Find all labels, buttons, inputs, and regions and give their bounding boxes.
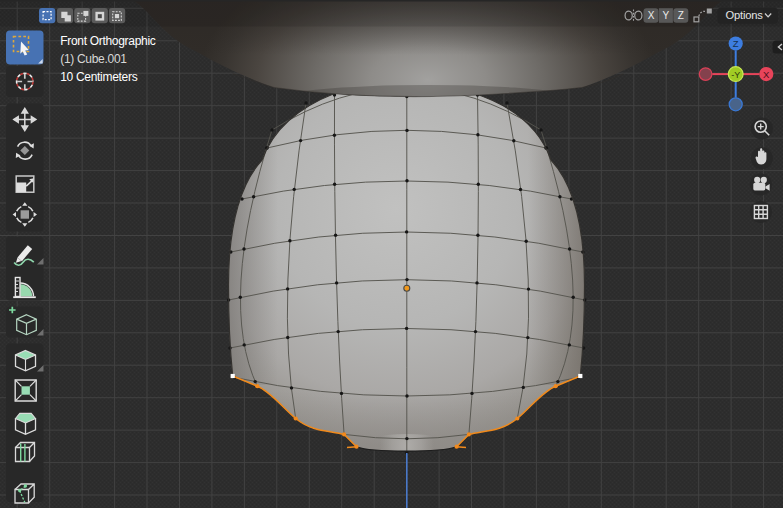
svg-text:Z: Z xyxy=(733,38,739,49)
svg-text:X: X xyxy=(763,69,770,80)
svg-text:10 Centimeters: 10 Centimeters xyxy=(60,70,137,84)
svg-text:Front Orthographic: Front Orthographic xyxy=(60,34,156,48)
svg-text:Options: Options xyxy=(726,9,764,21)
svg-text:Z: Z xyxy=(678,10,684,21)
svg-text:-Y: -Y xyxy=(731,70,740,80)
svg-text:Y: Y xyxy=(663,10,670,21)
svg-text:(1) Cube.001: (1) Cube.001 xyxy=(60,52,127,66)
svg-text:X: X xyxy=(648,10,655,21)
